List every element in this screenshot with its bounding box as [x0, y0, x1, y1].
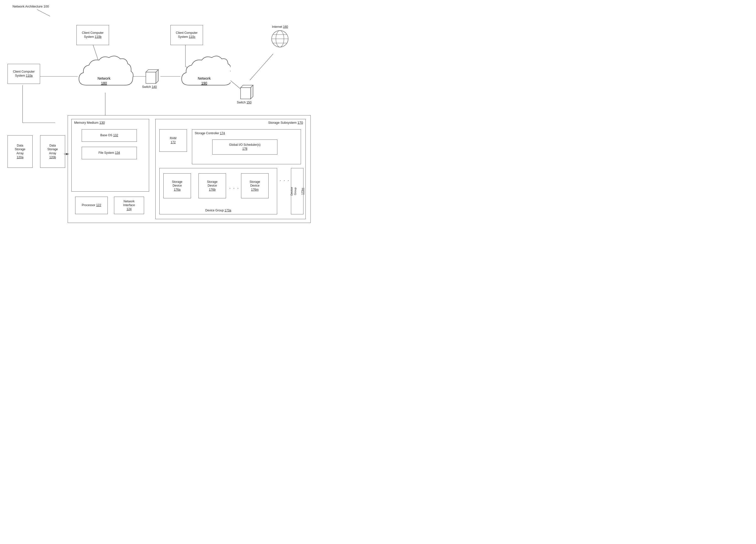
- svg-marker-23: [156, 70, 158, 83]
- svg-line-2: [37, 10, 50, 16]
- device-group-173m: DeviceGroup173m: [291, 168, 303, 215]
- storage-subsystem-170: Storage Subsystem 170 RAM172 Storage Con…: [155, 119, 306, 219]
- diagram: Network Architecture 100 Client Computer…: [0, 0, 316, 228]
- svg-line-10: [250, 54, 273, 80]
- data-storage-120a: DataStorageArray120a: [8, 135, 33, 168]
- network-180: Network 180: [74, 53, 134, 95]
- svg-rect-22: [146, 72, 156, 83]
- arrow-120b: [64, 150, 70, 158]
- ram-172: RAM172: [159, 129, 187, 152]
- client-110b: Client ComputerSystem 110b: [76, 25, 109, 45]
- processor-122: Processor 122: [75, 197, 108, 214]
- network-190: Network 190: [178, 53, 231, 95]
- internet-160: Internet 160: [271, 25, 289, 49]
- data-storage-120b: DataStorageArray120b: [40, 135, 65, 168]
- svg-marker-26: [251, 85, 253, 99]
- client-110a: Client ComputerSystem 110a: [8, 64, 40, 84]
- global-io-scheduler-178: Global I/O Scheduler(s)178: [212, 140, 277, 155]
- svg-text:Network: Network: [198, 76, 211, 80]
- switch-150: Switch 150: [238, 83, 256, 104]
- network-arch-label: Network Architecture 100: [13, 5, 49, 8]
- client-110c: Client ComputerSystem 110c: [170, 25, 203, 45]
- switch-140: Switch 140: [143, 67, 161, 88]
- svg-rect-25: [241, 88, 251, 99]
- storage-device-176a: StorageDevice176a: [163, 173, 191, 198]
- base-os-132: Base OS 132: [82, 129, 137, 142]
- svg-text:Network: Network: [97, 76, 111, 80]
- svg-text:180: 180: [101, 81, 107, 85]
- network-interface-124: NetworkInterface124: [114, 197, 144, 214]
- device-group-173a: Device Group 173a StorageDevice176a Stor…: [159, 168, 277, 215]
- storage-device-176b: StorageDevice176b: [198, 173, 226, 198]
- svg-text:190: 190: [201, 81, 207, 85]
- dots-1: . . .: [229, 185, 239, 190]
- dots-2: . . .: [280, 177, 290, 182]
- file-system-134: File System 134: [82, 147, 137, 159]
- memory-medium-130: Memory Medium 130 Base OS 132 File Syste…: [71, 119, 149, 192]
- storage-device-176m: StorageDevice176m: [241, 173, 269, 198]
- storage-controller-174: Storage Controller 174 Global I/O Schedu…: [192, 129, 301, 164]
